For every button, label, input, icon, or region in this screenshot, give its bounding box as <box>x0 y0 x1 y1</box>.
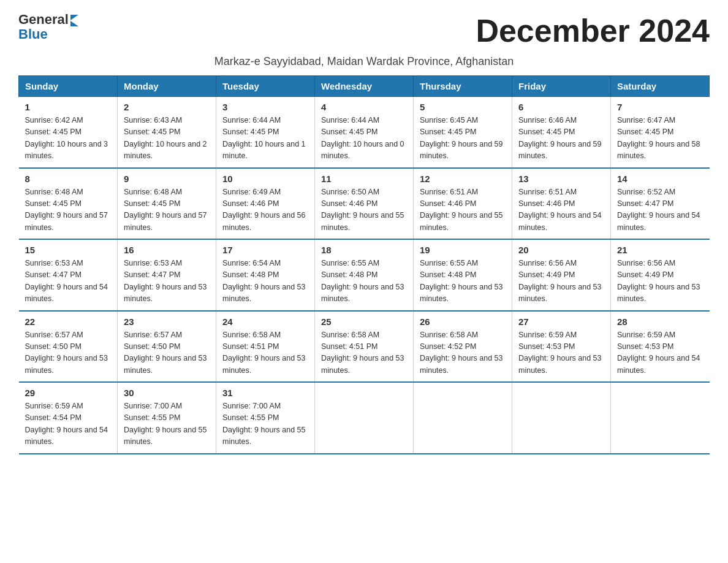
month-title: December 2024 <box>476 12 710 49</box>
page-wrapper: General Blue December 2024 Markaz-e Sayy… <box>18 12 710 454</box>
calendar-cell: 23 Sunrise: 6:57 AM Sunset: 4:50 PM Dayl… <box>118 311 216 383</box>
day-number: 11 <box>321 174 407 184</box>
day-number: 2 <box>124 102 210 112</box>
day-number: 23 <box>124 316 210 327</box>
day-number: 13 <box>518 174 604 184</box>
day-number: 16 <box>124 245 210 255</box>
logo-blue-text: Blue <box>18 26 48 42</box>
calendar-cell <box>414 382 512 454</box>
calendar-cell <box>315 382 414 454</box>
day-number: 25 <box>321 316 407 327</box>
calendar-cell: 6 Sunrise: 6:46 AM Sunset: 4:45 PM Dayli… <box>512 97 611 168</box>
day-number: 4 <box>321 102 407 112</box>
day-number: 24 <box>222 316 308 327</box>
weekday-header-row: SundayMondayTuesdayWednesdayThursdayFrid… <box>19 76 710 97</box>
day-number: 6 <box>518 102 604 112</box>
day-number: 28 <box>617 316 703 327</box>
day-number: 15 <box>25 245 112 255</box>
calendar-cell: 15 Sunrise: 6:53 AM Sunset: 4:47 PM Dayl… <box>19 239 118 311</box>
calendar-cell: 28 Sunrise: 6:59 AM Sunset: 4:53 PM Dayl… <box>611 311 710 383</box>
calendar-cell: 27 Sunrise: 6:59 AM Sunset: 4:53 PM Dayl… <box>512 311 611 383</box>
day-info: Sunrise: 6:53 AM Sunset: 4:47 PM Dayligh… <box>124 258 210 305</box>
calendar-cell: 22 Sunrise: 6:57 AM Sunset: 4:50 PM Dayl… <box>19 311 118 383</box>
day-info: Sunrise: 6:46 AM Sunset: 4:45 PM Dayligh… <box>518 115 604 163</box>
day-number: 12 <box>420 174 506 184</box>
calendar-cell: 26 Sunrise: 6:58 AM Sunset: 4:52 PM Dayl… <box>414 311 512 383</box>
calendar-cell <box>611 382 710 454</box>
calendar-week-4: 22 Sunrise: 6:57 AM Sunset: 4:50 PM Dayl… <box>19 311 710 383</box>
weekday-header-tuesday: Tuesday <box>216 76 315 97</box>
day-info: Sunrise: 6:56 AM Sunset: 4:49 PM Dayligh… <box>518 258 604 305</box>
day-number: 26 <box>420 316 506 327</box>
day-info: Sunrise: 6:44 AM Sunset: 4:45 PM Dayligh… <box>222 115 308 163</box>
weekday-header-thursday: Thursday <box>414 76 512 97</box>
day-number: 22 <box>25 316 112 327</box>
day-info: Sunrise: 6:44 AM Sunset: 4:45 PM Dayligh… <box>321 115 407 163</box>
day-info: Sunrise: 6:45 AM Sunset: 4:45 PM Dayligh… <box>420 115 506 163</box>
calendar-cell: 3 Sunrise: 6:44 AM Sunset: 4:45 PM Dayli… <box>216 97 315 168</box>
day-info: Sunrise: 6:56 AM Sunset: 4:49 PM Dayligh… <box>617 258 703 305</box>
day-info: Sunrise: 6:59 AM Sunset: 4:53 PM Dayligh… <box>617 329 703 377</box>
day-info: Sunrise: 6:53 AM Sunset: 4:47 PM Dayligh… <box>25 258 112 305</box>
calendar-cell: 29 Sunrise: 6:59 AM Sunset: 4:54 PM Dayl… <box>19 382 118 454</box>
calendar-cell: 18 Sunrise: 6:55 AM Sunset: 4:48 PM Dayl… <box>315 239 414 311</box>
day-number: 27 <box>518 316 604 327</box>
day-info: Sunrise: 6:48 AM Sunset: 4:45 PM Dayligh… <box>124 186 210 234</box>
day-number: 19 <box>420 245 506 255</box>
day-number: 1 <box>25 102 112 112</box>
calendar-cell: 19 Sunrise: 6:55 AM Sunset: 4:48 PM Dayl… <box>414 239 512 311</box>
calendar-week-1: 1 Sunrise: 6:42 AM Sunset: 4:45 PM Dayli… <box>19 97 710 168</box>
logo: General Blue <box>18 12 78 42</box>
weekday-header-wednesday: Wednesday <box>315 76 414 97</box>
calendar-cell: 12 Sunrise: 6:51 AM Sunset: 4:46 PM Dayl… <box>414 168 512 240</box>
calendar-cell: 25 Sunrise: 6:58 AM Sunset: 4:51 PM Dayl… <box>315 311 414 383</box>
day-number: 29 <box>25 388 112 398</box>
day-number: 3 <box>222 102 308 112</box>
day-info: Sunrise: 6:43 AM Sunset: 4:45 PM Dayligh… <box>124 115 210 163</box>
calendar-cell: 9 Sunrise: 6:48 AM Sunset: 4:45 PM Dayli… <box>118 168 216 240</box>
day-number: 9 <box>124 174 210 184</box>
day-info: Sunrise: 6:54 AM Sunset: 4:48 PM Dayligh… <box>222 258 308 305</box>
weekday-header-sunday: Sunday <box>19 76 118 97</box>
subtitle: Markaz-e Sayyidabad, Maidan Wardak Provi… <box>18 55 710 68</box>
header: General Blue December 2024 <box>18 12 710 49</box>
logo-general-text: General <box>18 12 69 27</box>
calendar-table: SundayMondayTuesdayWednesdayThursdayFrid… <box>18 75 710 454</box>
calendar-cell: 10 Sunrise: 6:49 AM Sunset: 4:46 PM Dayl… <box>216 168 315 240</box>
day-number: 17 <box>222 245 308 255</box>
day-info: Sunrise: 6:57 AM Sunset: 4:50 PM Dayligh… <box>25 329 112 377</box>
day-info: Sunrise: 6:58 AM Sunset: 4:52 PM Dayligh… <box>420 329 506 377</box>
day-info: Sunrise: 6:58 AM Sunset: 4:51 PM Dayligh… <box>321 329 407 377</box>
day-number: 8 <box>25 174 112 184</box>
calendar-cell: 24 Sunrise: 6:58 AM Sunset: 4:51 PM Dayl… <box>216 311 315 383</box>
day-info: Sunrise: 6:51 AM Sunset: 4:46 PM Dayligh… <box>420 186 506 234</box>
calendar-cell <box>512 382 611 454</box>
calendar-cell: 20 Sunrise: 6:56 AM Sunset: 4:49 PM Dayl… <box>512 239 611 311</box>
calendar-cell: 16 Sunrise: 6:53 AM Sunset: 4:47 PM Dayl… <box>118 239 216 311</box>
day-number: 30 <box>124 388 210 398</box>
calendar-week-5: 29 Sunrise: 6:59 AM Sunset: 4:54 PM Dayl… <box>19 382 710 454</box>
day-number: 10 <box>222 174 308 184</box>
day-info: Sunrise: 6:59 AM Sunset: 4:53 PM Dayligh… <box>518 329 604 377</box>
day-info: Sunrise: 6:47 AM Sunset: 4:45 PM Dayligh… <box>617 115 703 163</box>
day-number: 31 <box>222 388 308 398</box>
calendar-cell: 17 Sunrise: 6:54 AM Sunset: 4:48 PM Dayl… <box>216 239 315 311</box>
day-info: Sunrise: 6:51 AM Sunset: 4:46 PM Dayligh… <box>518 186 604 234</box>
calendar-cell: 5 Sunrise: 6:45 AM Sunset: 4:45 PM Dayli… <box>414 97 512 168</box>
calendar-cell: 13 Sunrise: 6:51 AM Sunset: 4:46 PM Dayl… <box>512 168 611 240</box>
day-info: Sunrise: 6:48 AM Sunset: 4:45 PM Dayligh… <box>25 186 112 234</box>
calendar-cell: 11 Sunrise: 6:50 AM Sunset: 4:46 PM Dayl… <box>315 168 414 240</box>
day-number: 18 <box>321 245 407 255</box>
calendar-cell: 30 Sunrise: 7:00 AM Sunset: 4:55 PM Dayl… <box>118 382 216 454</box>
day-number: 5 <box>420 102 506 112</box>
day-info: Sunrise: 6:49 AM Sunset: 4:46 PM Dayligh… <box>222 186 308 234</box>
day-info: Sunrise: 6:58 AM Sunset: 4:51 PM Dayligh… <box>222 329 308 377</box>
day-number: 21 <box>617 245 703 255</box>
calendar-cell: 8 Sunrise: 6:48 AM Sunset: 4:45 PM Dayli… <box>19 168 118 240</box>
day-info: Sunrise: 6:57 AM Sunset: 4:50 PM Dayligh… <box>124 329 210 377</box>
day-info: Sunrise: 7:00 AM Sunset: 4:55 PM Dayligh… <box>222 400 308 448</box>
calendar-cell: 31 Sunrise: 7:00 AM Sunset: 4:55 PM Dayl… <box>216 382 315 454</box>
calendar-week-2: 8 Sunrise: 6:48 AM Sunset: 4:45 PM Dayli… <box>19 168 710 240</box>
calendar-cell: 4 Sunrise: 6:44 AM Sunset: 4:45 PM Dayli… <box>315 97 414 168</box>
day-info: Sunrise: 6:50 AM Sunset: 4:46 PM Dayligh… <box>321 186 407 234</box>
